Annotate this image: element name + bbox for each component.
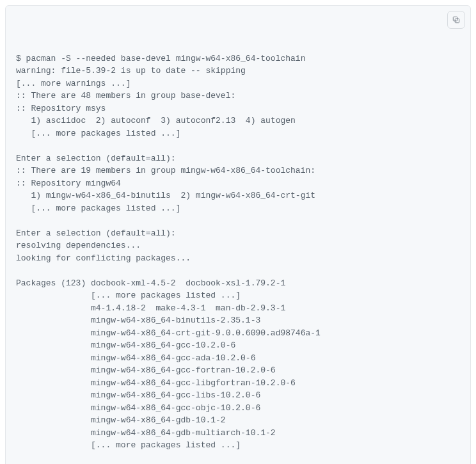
code-line: mingw-w64-x86_64-binutils-2.35.1-3 [16, 314, 460, 327]
code-line: 1) mingw-w64-x86_64-binutils 2) mingw-w6… [16, 189, 460, 202]
code-line: mingw-w64-x86_64-gdb-multiarch-10.1-2 [16, 427, 460, 440]
code-line [16, 214, 460, 227]
code-line: mingw-w64-x86_64-gcc-libs-10.2.0-6 [16, 389, 460, 402]
code-line: m4-1.4.18-2 make-4.3-1 man-db-2.9.3-1 [16, 302, 460, 315]
code-line: mingw-w64-x86_64-gcc-ada-10.2.0-6 [16, 352, 460, 365]
code-line: looking for conflicting packages... [16, 252, 460, 265]
code-line: :: There are 48 members in group base-de… [16, 90, 460, 102]
terminal-output-block: $ pacman -S --needed base-devel mingw-w6… [5, 5, 471, 464]
code-line: [... more packages listed ...] [16, 289, 460, 302]
code-line: :: Repository msys [16, 102, 460, 115]
code-line: [... more packages listed ...] [16, 202, 460, 215]
code-line [16, 264, 460, 277]
code-line [16, 452, 460, 465]
code-line: $ pacman -S --needed base-devel mingw-w6… [16, 52, 460, 65]
code-line: :: Repository mingw64 [16, 177, 460, 190]
code-line: [... more packages listed ...] [16, 127, 460, 140]
code-line: warning: file-5.39-2 is up to date -- sk… [16, 65, 460, 77]
code-content: $ pacman -S --needed base-devel mingw-w6… [16, 52, 460, 465]
code-line: :: There are 19 members in group mingw-w… [16, 164, 460, 177]
code-line: [... more packages listed ...] [16, 439, 460, 452]
code-line: resolving dependencies... [16, 239, 460, 252]
code-line: mingw-w64-x86_64-gdb-10.1-2 [16, 414, 460, 427]
code-line: mingw-w64-x86_64-crt-git-9.0.0.6090.ad98… [16, 327, 460, 340]
copy-button[interactable] [447, 11, 465, 29]
copy-icon [452, 15, 461, 24]
code-line: 1) asciidoc 2) autoconf 3) autoconf2.13 … [16, 115, 460, 127]
code-line: mingw-w64-x86_64-gcc-libgfortran-10.2.0-… [16, 377, 460, 390]
code-line: Packages (123) docbook-xml-4.5-2 docbook… [16, 277, 460, 290]
code-line [16, 140, 460, 152]
code-line: mingw-w64-x86_64-gcc-10.2.0-6 [16, 339, 460, 352]
code-line: Enter a selection (default=all): [16, 227, 460, 240]
code-line: Enter a selection (default=all): [16, 152, 460, 165]
code-line: mingw-w64-x86_64-gcc-fortran-10.2.0-6 [16, 364, 460, 377]
code-line: mingw-w64-x86_64-gcc-objc-10.2.0-6 [16, 402, 460, 415]
code-line: [... more warnings ...] [16, 77, 460, 90]
